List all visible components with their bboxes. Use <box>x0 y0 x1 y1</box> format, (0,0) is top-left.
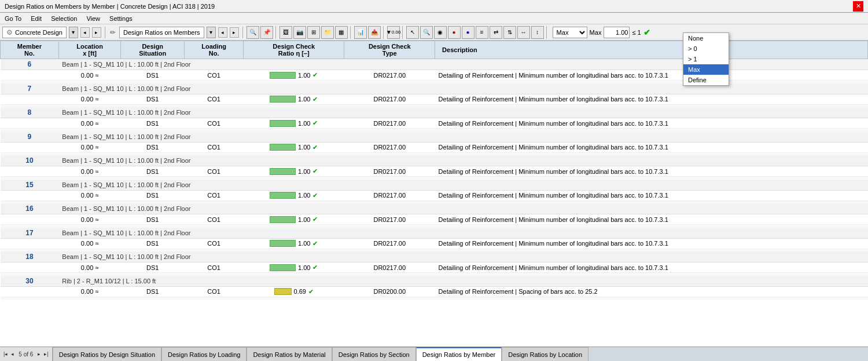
table-row-data-15: 0.00 ≈ DS1 CO1 1.00 ✔ DR0217.00 Detailin… <box>1 190 868 200</box>
filter-dropdown[interactable]: Max None > 0 > 1 Define <box>553 27 587 38</box>
toolbar-btn-img2[interactable]: 📷 <box>293 26 306 39</box>
cell-situation-6: DS1 <box>121 70 185 81</box>
title-bar: Design Ratios on Members by Member | Con… <box>0 0 868 13</box>
toolbar-btn-grid[interactable]: ⊞ <box>307 26 320 39</box>
member-desc-15: Beam | 1 - SQ_M1 10 | L : 10.00 ft | 2nd… <box>58 180 867 191</box>
tab-location[interactable]: Design Ratios by Location <box>502 347 589 361</box>
view-tag: Design Ratios on Members <box>119 27 204 38</box>
cell-desc-8: Detailing of Reinforcement | Minimum num… <box>435 118 868 129</box>
tab-first-btn[interactable]: |◂ <box>2 351 9 357</box>
cell-loading-18: CO1 <box>185 262 244 273</box>
cell-desc-16: Detailing of Reinforcement | Minimum num… <box>435 214 868 225</box>
cell-empty-17 <box>1 238 59 249</box>
tab-member[interactable]: Design Ratios by Member <box>416 347 502 361</box>
toolbar-btn-node[interactable]: ◉ <box>434 26 447 39</box>
cell-checktype-15: DR0217.00 <box>344 190 435 200</box>
toolbar-btn-table[interactable]: ▦ <box>335 26 348 39</box>
cell-location-10: 0.00 ≈ <box>58 166 121 177</box>
toolbar-btn-chart[interactable]: 📊 <box>354 26 367 39</box>
filter-option-gt1[interactable]: > 1 <box>683 54 729 64</box>
cell-empty-10 <box>1 166 59 177</box>
cell-ratio-8: 1.00 ✔ <box>244 118 344 129</box>
tab-section[interactable]: Design Ratios by Section <box>332 347 416 361</box>
toolbar-btn-cursor[interactable]: ↖ <box>406 26 419 39</box>
filter-option-gt0[interactable]: > 0 <box>683 43 729 54</box>
toolbar-btn-arrow4[interactable]: ↕ <box>531 26 544 39</box>
cell-location-6: 0.00 ≈ <box>58 70 121 81</box>
cell-loading-30: CO1 <box>185 286 244 297</box>
view-label: Design Ratios on Members <box>123 29 200 36</box>
view-dropdown-btn[interactable]: ▾ <box>207 27 216 38</box>
toolbar-btn-img[interactable]: 🖼 <box>279 26 292 39</box>
toolbar-btn-arrow1[interactable]: ⇄ <box>490 26 502 39</box>
menu-edit[interactable]: Edit <box>31 15 42 22</box>
menu-settings[interactable]: Settings <box>109 15 133 22</box>
cell-desc-10: Detailing of Reinforcement | Minimum num… <box>435 166 868 177</box>
toolbar-btn-filter[interactable]: ▼0.00 <box>387 26 400 39</box>
member-no-10: 10 <box>1 155 59 166</box>
toolbar-btn-export[interactable]: 📤 <box>368 26 381 39</box>
close-button[interactable]: ✕ <box>853 1 863 12</box>
cell-situation-30: DS1 <box>121 286 185 297</box>
menu-goto[interactable]: Go To <box>5 15 21 22</box>
toolbar-btn-pin[interactable]: 📌 <box>260 26 273 39</box>
toolbar-group-2: 🖼 📷 ⊞ 📁 ▦ <box>279 26 351 39</box>
cell-checktype-9: DR0217.00 <box>344 142 435 152</box>
confirm-icon[interactable]: ✔ <box>643 28 650 37</box>
cell-situation-16: DS1 <box>121 214 185 225</box>
module-next-btn[interactable]: ▸ <box>92 27 101 38</box>
cell-loading-10: CO1 <box>185 166 244 177</box>
cell-loading-8: CO1 <box>185 118 244 129</box>
module-prev-btn[interactable]: ◂ <box>80 27 90 38</box>
toolbar-btn-zoom[interactable]: 🔍 <box>420 26 433 39</box>
cell-checktype-10: DR0217.00 <box>344 166 435 177</box>
tab-next-btn[interactable]: ▸ <box>36 351 42 357</box>
cell-situation-7: DS1 <box>121 94 185 104</box>
tab-loading[interactable]: Design Ratios by Loading <box>161 347 247 361</box>
member-desc-6: Beam | 1 - SQ_M1 10 | L : 10.00 ft | 2nd… <box>58 59 867 70</box>
toolbar-btn-color2[interactable]: ● <box>462 26 475 39</box>
col-header-member: MemberNo. <box>1 41 59 59</box>
col-header-description: Description <box>435 41 868 59</box>
cell-location-30: 0.00 ≈ <box>58 286 121 297</box>
view-prev-btn[interactable]: ◂ <box>218 27 227 38</box>
table-row-data-16: 0.00 ≈ DS1 CO1 1.00 ✔ DR0217.00 Detailin… <box>1 214 868 225</box>
menu-selection[interactable]: Selection <box>51 15 77 22</box>
filter-option-none[interactable]: None <box>683 33 729 43</box>
member-no-17: 17 <box>1 228 59 239</box>
cell-desc-30: Detailing of Reinforcement | Spacing of … <box>435 286 868 297</box>
tab-design-situation[interactable]: Design Ratios by Design Situation <box>53 347 161 361</box>
cell-checktype-7: DR0217.00 <box>344 94 435 104</box>
filter-option-define[interactable]: Define <box>683 75 729 85</box>
view-next-btn[interactable]: ▸ <box>230 27 239 38</box>
toolbar-btn-section[interactable]: ≡ <box>476 26 488 39</box>
tab-material[interactable]: Design Ratios by Material <box>247 347 332 361</box>
cell-ratio-6: 1.00 ✔ <box>244 70 344 81</box>
toolbar-btn-arrow2[interactable]: ⇅ <box>503 26 516 39</box>
toolbar-btn-arrow3[interactable]: ↔ <box>517 26 530 39</box>
toolbar-btn-folder[interactable]: 📁 <box>321 26 334 39</box>
toolbar-group-1: 🔍 📌 <box>247 26 276 39</box>
table-container[interactable]: MemberNo. Locationx [ft] DesignSituation… <box>0 41 868 347</box>
toolbar-btn-search[interactable]: 🔍 <box>247 26 259 39</box>
filter-option-max[interactable]: Max <box>683 64 729 75</box>
cell-desc-18: Detailing of Reinforcement | Minimum num… <box>435 262 868 273</box>
col-header-ratio: Design CheckRatio η [–] <box>244 41 344 59</box>
member-desc-9: Beam | 1 - SQ_M1 10 | L : 10.00 ft | 2nd… <box>58 132 867 143</box>
tab-last-btn[interactable]: ▸| <box>43 351 49 357</box>
member-desc-10: Beam | 1 - SQ_M1 10 | L : 10.00 ft | 2nd… <box>58 155 867 166</box>
tab-prev-btn[interactable]: ◂ <box>10 351 15 357</box>
cell-desc-17: Detailing of Reinforcement | Minimum num… <box>435 238 868 249</box>
cell-loading-16: CO1 <box>185 214 244 225</box>
cell-desc-9: Detailing of Reinforcement | Minimum num… <box>435 142 868 152</box>
module-dropdown-btn[interactable]: ▾ <box>69 27 78 38</box>
cell-empty-6 <box>1 70 59 81</box>
max-input[interactable] <box>604 27 630 38</box>
filter-dropdown-overlay: None > 0 > 1 Max Define <box>683 32 729 86</box>
member-no-7: 7 <box>1 83 59 94</box>
table-row-data-9: 0.00 ≈ DS1 CO1 1.00 ✔ DR0217.00 Detailin… <box>1 142 868 152</box>
toolbar-btn-color1[interactable]: ● <box>448 26 461 39</box>
table-row-member-17: 17 Beam | 1 - SQ_M1 10 | L : 10.00 ft | … <box>1 228 868 239</box>
menu-view[interactable]: View <box>86 15 100 22</box>
toolbar: ⚙ Concrete Design ▾ ◂ ▸ ✏ Design Ratios … <box>0 24 868 41</box>
